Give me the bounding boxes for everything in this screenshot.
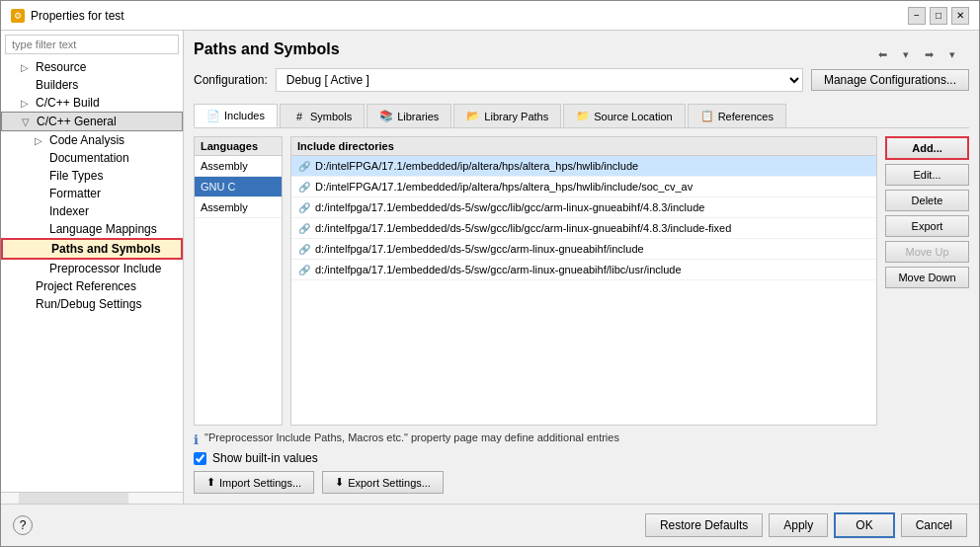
- sidebar-item-builders[interactable]: Builders: [1, 76, 183, 94]
- tab-references[interactable]: 📋 References: [688, 104, 786, 127]
- export-settings-button[interactable]: ⬇ Export Settings...: [322, 471, 444, 494]
- sidebar-item-cpp-build[interactable]: ▷ C/C++ Build: [1, 94, 183, 112]
- dir-item-4[interactable]: 🔗 d:/intelfpga/17.1/embedded/ds-5/sw/gcc…: [291, 218, 876, 239]
- config-label: Configuration:: [194, 73, 268, 87]
- checkbox-row: Show built-in values: [194, 451, 969, 465]
- export-icon: ⬇: [335, 476, 344, 489]
- show-builtin-label: Show built-in values: [212, 451, 318, 465]
- library-paths-tab-icon: 📂: [466, 110, 480, 123]
- import-settings-button[interactable]: ⬆ Import Settings...: [194, 471, 314, 494]
- includes-tab-icon: 📄: [206, 109, 220, 122]
- sidebar-item-formatter-label: Formatter: [49, 187, 101, 200]
- nav-arrows: ⬅ ▾ ➡ ▾: [872, 46, 961, 63]
- dir-icon-2: 🔗: [297, 180, 311, 194]
- expand-icon-cpp-general: ▽: [22, 117, 34, 127]
- cancel-button[interactable]: Cancel: [901, 513, 967, 537]
- close-button[interactable]: ✕: [951, 7, 969, 25]
- sidebar-item-project-references[interactable]: Project References: [1, 277, 183, 295]
- tab-symbols[interactable]: # Symbols: [280, 104, 365, 127]
- dir-item-3[interactable]: 🔗 d:/intelfpga/17.1/embedded/ds-5/sw/gcc…: [291, 197, 876, 218]
- title-bar-controls: − □ ✕: [908, 7, 969, 25]
- main-content: Paths and Symbols ⬅ ▾ ➡ ▾ Configuration:…: [184, 31, 979, 504]
- export-button[interactable]: Export: [885, 215, 969, 237]
- move-down-button[interactable]: Move Down: [885, 267, 969, 288]
- languages-panel: Languages Assembly GNU C Assembly: [194, 136, 283, 426]
- sidebar-item-code-analysis[interactable]: ▷ Code Analysis: [1, 131, 183, 149]
- symbols-tab-icon: #: [292, 110, 306, 123]
- import-settings-label: Import Settings...: [219, 477, 301, 489]
- sidebar-item-formatter[interactable]: Formatter: [1, 185, 183, 202]
- delete-button[interactable]: Delete: [885, 190, 969, 211]
- nav-back-icon[interactable]: ⬅: [872, 46, 893, 63]
- dir-item-2[interactable]: 🔗 D:/intelFPGA/17.1/embedded/ip/altera/h…: [291, 177, 876, 197]
- ok-button[interactable]: OK: [834, 512, 894, 538]
- sidebar-item-run-debug-settings[interactable]: Run/Debug Settings: [1, 295, 183, 313]
- maximize-button[interactable]: □: [930, 7, 947, 25]
- dir-icon-4: 🔗: [297, 221, 311, 235]
- manage-configurations-button[interactable]: Manage Configurations...: [811, 69, 969, 91]
- sidebar-scrollbar[interactable]: [1, 492, 183, 504]
- move-up-button[interactable]: Move Up: [885, 241, 969, 263]
- title-row: Paths and Symbols ⬅ ▾ ➡ ▾: [194, 40, 969, 68]
- properties-dialog: ⚙ Properties for test − □ ✕ ▷ Resource B…: [0, 0, 980, 547]
- dir-path-2: D:/intelFPGA/17.1/embedded/ip/altera/hps…: [315, 181, 693, 193]
- dir-item-5[interactable]: 🔗 d:/intelfpga/17.1/embedded/ds-5/sw/gcc…: [291, 239, 876, 260]
- dir-item-6[interactable]: 🔗 d:/intelfpga/17.1/embedded/ds-5/sw/gcc…: [291, 260, 876, 280]
- tab-libraries[interactable]: 📚 Libraries: [367, 104, 451, 127]
- sidebar-item-cpp-general[interactable]: ▽ C/C++ General: [1, 112, 183, 131]
- sidebar-item-indexer-label: Indexer: [49, 204, 89, 218]
- sidebar-item-documentation[interactable]: Documentation: [1, 149, 183, 167]
- show-builtin-checkbox[interactable]: [194, 452, 206, 465]
- filter-input[interactable]: [5, 35, 179, 54]
- edit-button[interactable]: Edit...: [885, 164, 969, 186]
- tab-includes-label: Includes: [224, 110, 265, 121]
- sidebar-item-run-debug-settings-label: Run/Debug Settings: [36, 297, 141, 311]
- dir-item-1[interactable]: 🔗 D:/intelFPGA/17.1/embedded/ip/altera/h…: [291, 156, 876, 177]
- nav-forward-icon[interactable]: ➡: [919, 46, 939, 63]
- help-icon[interactable]: ?: [13, 515, 33, 535]
- info-icon: ℹ: [194, 432, 199, 447]
- sidebar-item-builders-label: Builders: [36, 78, 78, 92]
- dir-path-6: d:/intelfpga/17.1/embedded/ds-5/sw/gcc/a…: [315, 264, 682, 275]
- add-button[interactable]: Add...: [885, 136, 969, 160]
- page-title: Paths and Symbols: [194, 40, 340, 58]
- nav-forward-dropdown-icon[interactable]: ▾: [943, 46, 961, 63]
- dialog-footer: ? Restore Defaults Apply OK Cancel: [1, 504, 979, 546]
- sidebar-item-cpp-build-label: C/C++ Build: [36, 96, 100, 110]
- export-settings-label: Export Settings...: [348, 477, 431, 489]
- tree-container: ▷ Resource Builders ▷ C/C++ Build ▽ C/C+…: [1, 58, 183, 492]
- tab-includes[interactable]: 📄 Includes: [194, 104, 278, 127]
- references-tab-icon: 📋: [700, 110, 714, 123]
- dialog-icon: ⚙: [11, 9, 25, 23]
- sidebar-item-file-types[interactable]: File Types: [1, 167, 183, 185]
- sidebar-item-preprocessor-include-label: Preprocessor Include: [49, 262, 161, 275]
- tab-source-location[interactable]: 📁 Source Location: [563, 104, 686, 127]
- expand-icon-resource: ▷: [21, 62, 33, 73]
- content-area: Languages Assembly GNU C Assembly Includ…: [194, 136, 969, 426]
- languages-header: Languages: [195, 137, 282, 156]
- minimize-button[interactable]: −: [908, 7, 926, 25]
- lang-item-assembly1[interactable]: Assembly: [195, 156, 282, 177]
- sidebar-item-language-mappings[interactable]: Language Mappings: [1, 220, 183, 238]
- nav-dropdown-icon[interactable]: ▾: [897, 46, 915, 63]
- tabs-bar: 📄 Includes # Symbols 📚 Libraries 📂 Libra…: [194, 104, 969, 128]
- sidebar-item-resource[interactable]: ▷ Resource: [1, 58, 183, 76]
- sidebar-item-indexer[interactable]: Indexer: [1, 202, 183, 220]
- restore-defaults-button[interactable]: Restore Defaults: [645, 513, 763, 537]
- sidebar-item-code-analysis-label: Code Analysis: [49, 133, 124, 147]
- action-buttons: Add... Edit... Delete Export Move Up Mov…: [885, 136, 969, 426]
- tab-library-paths[interactable]: 📂 Library Paths: [453, 104, 561, 127]
- dir-path-3: d:/intelfpga/17.1/embedded/ds-5/sw/gcc/l…: [315, 201, 704, 213]
- apply-button[interactable]: Apply: [769, 513, 828, 537]
- lang-item-assembly2[interactable]: Assembly: [195, 197, 282, 218]
- sidebar-item-documentation-label: Documentation: [49, 151, 129, 165]
- sidebar-item-preprocessor-include[interactable]: Preprocessor Include: [1, 260, 183, 277]
- tab-references-label: References: [718, 111, 774, 122]
- sidebar-item-language-mappings-label: Language Mappings: [49, 222, 157, 236]
- dir-icon-1: 🔗: [297, 159, 311, 173]
- dialog-title: Properties for test: [31, 9, 124, 23]
- config-select[interactable]: Debug [ Active ]: [276, 68, 803, 92]
- lang-item-gnu-c[interactable]: GNU C: [195, 177, 282, 197]
- sidebar: ▷ Resource Builders ▷ C/C++ Build ▽ C/C+…: [1, 31, 184, 504]
- sidebar-item-paths-and-symbols[interactable]: Paths and Symbols: [1, 238, 183, 260]
